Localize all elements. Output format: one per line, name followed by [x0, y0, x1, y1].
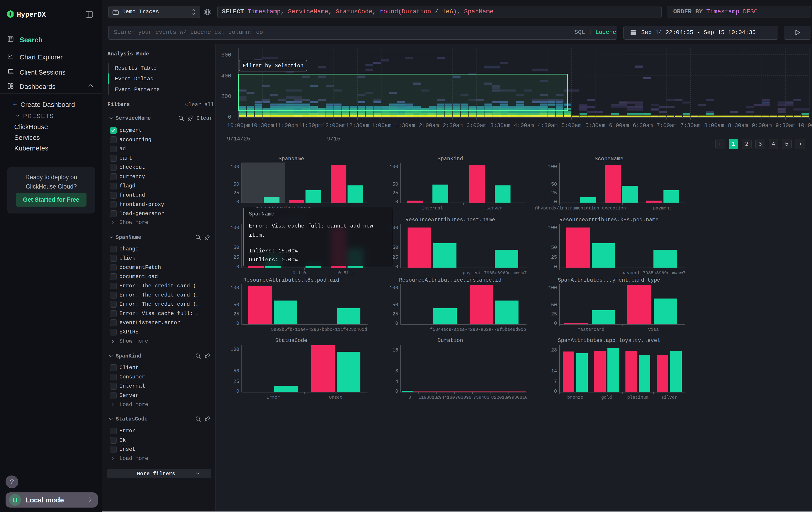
- svg-text:12:30am: 12:30am: [346, 123, 369, 129]
- svg-text:0: 0: [228, 114, 231, 120]
- svg-text:8:30am: 8:30am: [728, 123, 748, 129]
- svg-text:6:30am: 6:30am: [633, 123, 653, 129]
- svg-text:3:00am: 3:00am: [466, 123, 487, 129]
- svg-text:9/15: 9/15: [327, 136, 340, 142]
- svg-text:3:30am: 3:30am: [490, 123, 510, 129]
- svg-text:7:30am: 7:30am: [680, 123, 700, 129]
- svg-text:200: 200: [221, 93, 231, 100]
- svg-text:9/14/25: 9/14/25: [227, 136, 250, 142]
- svg-text:8:00am: 8:00am: [704, 123, 724, 129]
- svg-text:5:30am: 5:30am: [585, 123, 605, 129]
- svg-text:12:00am: 12:00am: [322, 123, 345, 129]
- svg-text:9:00am: 9:00am: [752, 123, 772, 129]
- svg-text:600: 600: [221, 52, 231, 58]
- svg-text:11:30pm: 11:30pm: [298, 123, 321, 129]
- svg-text:10:30pm: 10:30pm: [251, 123, 274, 129]
- svg-text:4:30am: 4:30am: [538, 123, 558, 129]
- svg-text:1:00am: 1:00am: [371, 123, 391, 129]
- svg-text:9:30am: 9:30am: [776, 123, 795, 129]
- svg-text:400: 400: [221, 73, 231, 79]
- svg-text:10:00am: 10:00am: [798, 123, 812, 129]
- svg-text:11:00pm: 11:00pm: [274, 123, 298, 129]
- svg-text:7:00am: 7:00am: [657, 123, 676, 129]
- svg-text:1:30am: 1:30am: [395, 123, 415, 129]
- svg-text:6:00am: 6:00am: [609, 123, 629, 129]
- svg-text:10:00pm: 10:00pm: [227, 123, 250, 129]
- svg-text:5:00am: 5:00am: [561, 123, 581, 129]
- svg-text:2:00am: 2:00am: [419, 123, 439, 129]
- svg-text:2:30am: 2:30am: [443, 123, 463, 129]
- svg-text:4:00am: 4:00am: [514, 123, 534, 129]
